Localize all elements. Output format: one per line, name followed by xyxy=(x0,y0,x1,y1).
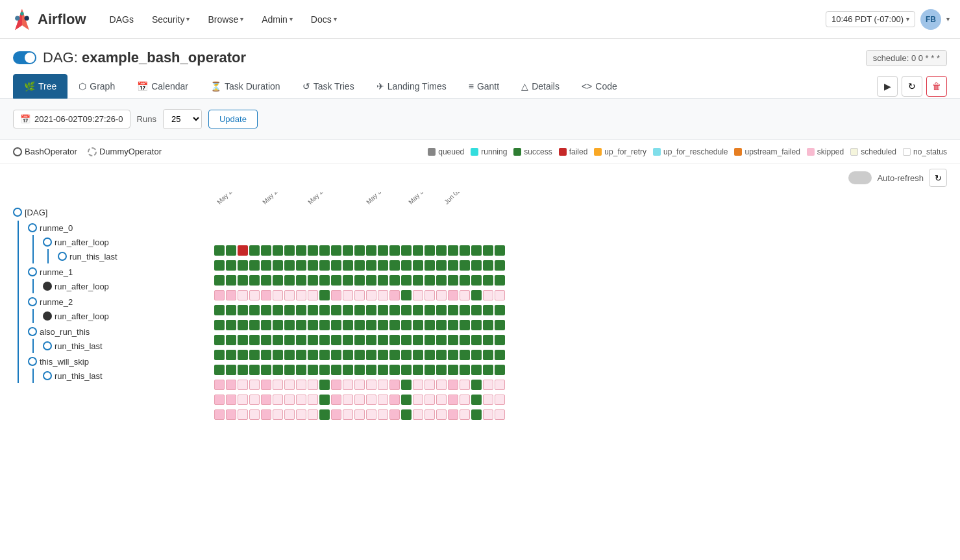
status-cell[interactable] xyxy=(261,245,271,256)
status-cell[interactable] xyxy=(308,245,318,256)
status-cell[interactable] xyxy=(471,320,482,330)
tree-node-also-run-this[interactable]: also_run_this xyxy=(28,324,201,339)
status-cell[interactable] xyxy=(319,380,330,390)
status-cell[interactable] xyxy=(401,365,412,375)
status-cell[interactable] xyxy=(261,380,271,390)
status-cell[interactable] xyxy=(366,275,376,286)
status-cell[interactable] xyxy=(389,260,400,271)
status-cell[interactable] xyxy=(319,335,330,345)
status-cell[interactable] xyxy=(354,395,365,405)
status-cell[interactable] xyxy=(273,320,283,330)
status-cell[interactable] xyxy=(448,260,458,271)
status-cell[interactable] xyxy=(296,395,306,405)
status-cell[interactable] xyxy=(389,245,400,256)
status-cell[interactable] xyxy=(448,350,458,360)
status-cell[interactable] xyxy=(495,260,505,271)
status-cell[interactable] xyxy=(354,305,365,315)
status-cell[interactable] xyxy=(483,365,493,375)
refresh-button[interactable]: ↻ xyxy=(902,76,922,97)
status-cell[interactable] xyxy=(448,380,458,390)
status-cell[interactable] xyxy=(436,395,447,405)
avatar[interactable]: FB xyxy=(920,9,941,30)
status-cell[interactable] xyxy=(354,350,365,360)
status-cell[interactable] xyxy=(460,290,470,300)
status-cell[interactable] xyxy=(413,320,423,330)
status-cell[interactable] xyxy=(296,320,306,330)
status-cell[interactable] xyxy=(226,320,236,330)
status-cell[interactable] xyxy=(319,245,330,256)
status-cell[interactable] xyxy=(284,365,295,375)
status-cell[interactable] xyxy=(483,275,493,286)
status-cell[interactable] xyxy=(226,365,236,375)
status-cell[interactable] xyxy=(238,395,248,405)
nav-dags[interactable]: DAGs xyxy=(102,9,142,30)
status-cell[interactable] xyxy=(413,335,423,345)
status-cell[interactable] xyxy=(354,409,365,420)
status-cell[interactable] xyxy=(296,409,306,420)
status-cell[interactable] xyxy=(284,395,295,405)
status-cell[interactable] xyxy=(273,365,283,375)
status-cell[interactable] xyxy=(495,320,505,330)
status-cell[interactable] xyxy=(273,245,283,256)
status-cell[interactable] xyxy=(425,275,435,286)
status-cell[interactable] xyxy=(366,365,376,375)
tree-node-run-this-last-0[interactable]: run_this_last xyxy=(58,249,201,263)
status-cell[interactable] xyxy=(214,275,225,286)
status-cell[interactable] xyxy=(284,335,295,345)
status-cell[interactable] xyxy=(238,335,248,345)
tab-code[interactable]: <> Code xyxy=(571,74,628,99)
status-cell[interactable] xyxy=(378,395,388,405)
status-cell[interactable] xyxy=(261,290,271,300)
status-cell[interactable] xyxy=(483,335,493,345)
status-cell[interactable] xyxy=(331,260,341,271)
status-cell[interactable] xyxy=(425,245,435,256)
auto-refresh-button[interactable]: ↻ xyxy=(929,169,947,187)
status-cell[interactable] xyxy=(319,305,330,315)
status-cell[interactable] xyxy=(436,245,447,256)
status-cell[interactable] xyxy=(261,275,271,286)
status-cell[interactable] xyxy=(495,305,505,315)
status-cell[interactable] xyxy=(448,290,458,300)
tab-calendar[interactable]: 📅 Calendar xyxy=(126,74,199,99)
status-cell[interactable] xyxy=(354,290,365,300)
tab-task-duration[interactable]: ⏳ Task Duration xyxy=(199,74,291,99)
status-cell[interactable] xyxy=(401,320,412,330)
status-cell[interactable] xyxy=(308,409,318,420)
status-cell[interactable] xyxy=(238,350,248,360)
status-cell[interactable] xyxy=(366,409,376,420)
status-cell[interactable] xyxy=(366,380,376,390)
status-cell[interactable] xyxy=(460,380,470,390)
status-cell[interactable] xyxy=(308,305,318,315)
status-cell[interactable] xyxy=(448,409,458,420)
status-cell[interactable] xyxy=(483,245,493,256)
tree-node-runme-0[interactable]: runme_0 xyxy=(28,221,201,235)
status-cell[interactable] xyxy=(378,365,388,375)
status-cell[interactable] xyxy=(448,395,458,405)
status-cell[interactable] xyxy=(378,350,388,360)
status-cell[interactable] xyxy=(261,395,271,405)
status-cell[interactable] xyxy=(226,409,236,420)
status-cell[interactable] xyxy=(460,395,470,405)
nav-docs[interactable]: Docs ▾ xyxy=(303,9,345,30)
status-cell[interactable] xyxy=(319,350,330,360)
delete-button[interactable]: 🗑 xyxy=(926,76,947,97)
status-cell[interactable] xyxy=(483,350,493,360)
status-cell[interactable] xyxy=(471,365,482,375)
status-cell[interactable] xyxy=(308,260,318,271)
status-cell[interactable] xyxy=(249,320,260,330)
status-cell[interactable] xyxy=(483,290,493,300)
status-cell[interactable] xyxy=(436,275,447,286)
status-cell[interactable] xyxy=(389,290,400,300)
status-cell[interactable] xyxy=(401,350,412,360)
status-cell[interactable] xyxy=(261,260,271,271)
update-button[interactable]: Update xyxy=(208,110,258,128)
status-cell[interactable] xyxy=(273,350,283,360)
tree-node-run-after-loop-2[interactable]: run_after_loop xyxy=(43,309,201,323)
status-cell[interactable] xyxy=(436,335,447,345)
status-cell[interactable] xyxy=(226,335,236,345)
status-cell[interactable] xyxy=(343,409,353,420)
status-cell[interactable] xyxy=(284,350,295,360)
status-cell[interactable] xyxy=(483,260,493,271)
status-cell[interactable] xyxy=(389,409,400,420)
status-cell[interactable] xyxy=(425,335,435,345)
